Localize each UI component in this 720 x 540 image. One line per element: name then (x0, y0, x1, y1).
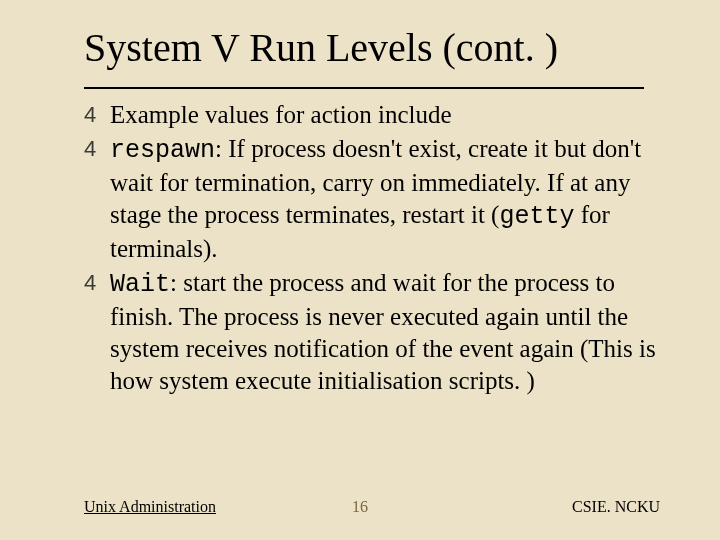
page-number: 16 (352, 498, 368, 516)
bullet-text: Example values for action include (110, 101, 452, 128)
bullet-item: Wait: start the process and wait for the… (84, 267, 672, 397)
bullet-list: Example values for action include respaw… (84, 99, 672, 397)
code-wait: Wait (110, 270, 170, 299)
bullet-item: respawn: If process doesn't exist, creat… (84, 133, 672, 265)
footer-left: Unix Administration (84, 498, 216, 516)
code-getty: getty (499, 202, 574, 231)
footer: Unix Administration 16 CSIE. NCKU (0, 498, 720, 516)
footer-right: CSIE. NCKU (572, 498, 660, 516)
code-respawn: respawn (110, 136, 215, 165)
slide: System V Run Levels (cont. ) Example val… (0, 0, 720, 540)
title-rule (84, 87, 644, 89)
bullet-text: : start the process and wait for the pro… (110, 269, 656, 394)
bullet-item: Example values for action include (84, 99, 672, 131)
slide-title: System V Run Levels (cont. ) (84, 24, 672, 71)
